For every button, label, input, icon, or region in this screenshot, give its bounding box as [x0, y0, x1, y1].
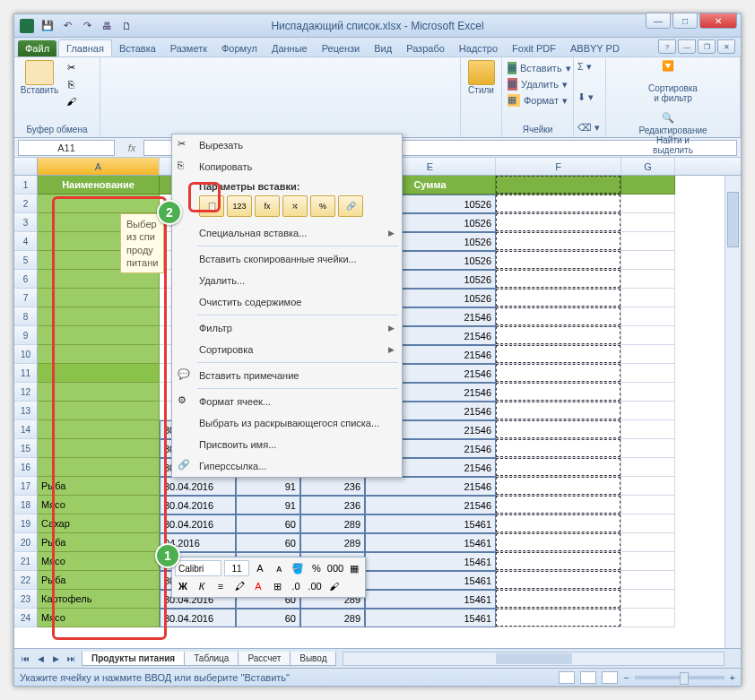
autosum-button[interactable]: Σ ▾ — [577, 61, 592, 73]
cell[interactable] — [496, 326, 621, 345]
font-selector[interactable]: Calibri — [175, 560, 221, 576]
table-header[interactable]: Наименование — [38, 176, 160, 194]
paste-transpose-button[interactable]: ⤭ — [282, 195, 308, 217]
row-header[interactable]: 15 — [14, 439, 38, 458]
last-sheet-icon[interactable]: ⏭ — [64, 652, 78, 666]
cell[interactable] — [621, 458, 675, 477]
cell[interactable]: 15461 — [365, 571, 496, 590]
cell[interactable]: 15461 — [365, 514, 496, 533]
row-header[interactable]: 8 — [14, 307, 38, 326]
prev-sheet-icon[interactable]: ◀ — [33, 652, 48, 666]
cell[interactable]: 289 — [300, 609, 365, 627]
tab-file[interactable]: Файл — [18, 40, 56, 56]
cell[interactable]: 15461 — [365, 552, 496, 571]
cell[interactable] — [621, 402, 675, 420]
tab-addins[interactable]: Надстро — [452, 40, 505, 56]
cell[interactable]: 236 — [300, 477, 365, 496]
minimize-button[interactable]: — — [646, 13, 671, 29]
vertical-scrollbar[interactable] — [725, 176, 741, 651]
cell[interactable] — [621, 477, 675, 496]
cell[interactable] — [496, 402, 621, 420]
tab-insert[interactable]: Вставка — [112, 40, 163, 56]
name-box[interactable]: A11 — [18, 140, 115, 156]
format-painter-icon[interactable]: 🖌 — [325, 578, 342, 594]
save-icon[interactable]: 💾 — [39, 18, 56, 34]
cell[interactable] — [621, 496, 675, 514]
cell[interactable] — [496, 251, 621, 270]
next-sheet-icon[interactable]: ▶ — [48, 652, 63, 666]
bold-icon[interactable]: Ж — [175, 578, 191, 594]
preview-icon[interactable]: 🗋 — [118, 18, 135, 34]
tab-developer[interactable]: Разрабо — [399, 40, 452, 56]
maximize-button[interactable]: □ — [673, 13, 698, 29]
cell[interactable]: 91 — [236, 477, 300, 496]
cell[interactable]: 15461 — [365, 609, 496, 627]
row-header[interactable]: 3 — [14, 213, 38, 232]
row-header[interactable]: 21 — [14, 552, 38, 571]
row-header[interactable]: 16 — [14, 458, 38, 477]
cm-cut[interactable]: ✂Вырезать — [172, 134, 402, 156]
cell[interactable] — [496, 232, 621, 251]
font-size[interactable]: 11 — [224, 560, 249, 576]
tab-abbyy[interactable]: ABBYY PD — [563, 40, 627, 56]
workbook-minimize[interactable]: — — [678, 39, 696, 54]
redo-icon[interactable]: ↷ — [79, 18, 95, 34]
tab-formulas[interactable]: Формул — [214, 40, 265, 56]
cell[interactable] — [496, 571, 621, 590]
cell[interactable] — [496, 213, 621, 232]
italic-icon[interactable]: К — [194, 578, 210, 594]
row-header[interactable]: 1 — [14, 176, 38, 194]
zoom-in-icon[interactable]: + — [730, 672, 735, 683]
cell[interactable] — [621, 609, 675, 627]
tab-foxit[interactable]: Foxit PDF — [505, 40, 563, 56]
cm-delete[interactable]: Удалить... — [172, 270, 402, 291]
cell[interactable]: 60 — [236, 514, 300, 533]
zoom-slider[interactable] — [635, 676, 725, 679]
cell[interactable] — [496, 496, 621, 514]
row-header[interactable]: 2 — [14, 194, 38, 213]
cell[interactable] — [496, 420, 621, 439]
cell[interactable] — [621, 420, 675, 439]
cells-format[interactable]: ▦Формат ▾ — [508, 92, 568, 108]
cell[interactable] — [621, 251, 675, 270]
row-header[interactable]: 20 — [14, 533, 38, 552]
print-icon[interactable]: 🖶 — [99, 18, 115, 34]
cm-insert-copied[interactable]: Вставить скопированные ячейки... — [172, 248, 402, 270]
cell[interactable] — [621, 533, 675, 552]
cell[interactable] — [621, 590, 675, 609]
tab-view[interactable]: Вид — [367, 40, 399, 56]
cut-icon[interactable]: ✂ — [63, 60, 79, 74]
cell[interactable] — [496, 458, 621, 477]
cm-comment[interactable]: 💬Вставить примечание — [172, 365, 402, 386]
row-header[interactable]: 22 — [14, 571, 38, 590]
row-header[interactable]: 5 — [14, 251, 38, 270]
cell[interactable]: 30.04.2016 — [160, 514, 236, 533]
cell[interactable] — [496, 383, 621, 402]
cell[interactable]: 60 — [236, 533, 300, 552]
borders-icon[interactable]: ▦ — [346, 560, 362, 576]
paste-button[interactable]: Вставить — [20, 60, 59, 108]
workbook-restore[interactable]: ❐ — [698, 39, 716, 54]
cell[interactable] — [621, 270, 675, 289]
row-header[interactable]: 23 — [14, 590, 38, 609]
row-header[interactable]: 9 — [14, 326, 38, 345]
horizontal-scrollbar[interactable] — [343, 652, 725, 666]
grow-font-icon[interactable]: A — [252, 560, 268, 576]
row-header[interactable]: 18 — [14, 496, 38, 514]
tab-layout[interactable]: Разметк — [163, 40, 214, 56]
fx-button[interactable]: fx — [124, 140, 140, 156]
row-header[interactable]: 13 — [14, 402, 38, 420]
cell[interactable] — [621, 307, 675, 326]
cell[interactable]: 21546 — [365, 477, 496, 496]
cells-insert[interactable]: ▦Вставить ▾ — [508, 60, 568, 76]
cell[interactable] — [496, 533, 621, 552]
cell[interactable] — [621, 552, 675, 571]
sheet-tab[interactable]: Вывод — [290, 652, 336, 666]
cell[interactable] — [496, 194, 621, 213]
fill-button[interactable]: ⬇ ▾ — [577, 91, 594, 103]
undo-icon[interactable]: ↶ — [59, 18, 75, 34]
cell[interactable] — [496, 477, 621, 496]
cell[interactable]: 21546 — [365, 496, 496, 514]
cm-sort[interactable]: Сортировка▶ — [172, 339, 402, 360]
workbook-close[interactable]: ✕ — [717, 39, 735, 54]
